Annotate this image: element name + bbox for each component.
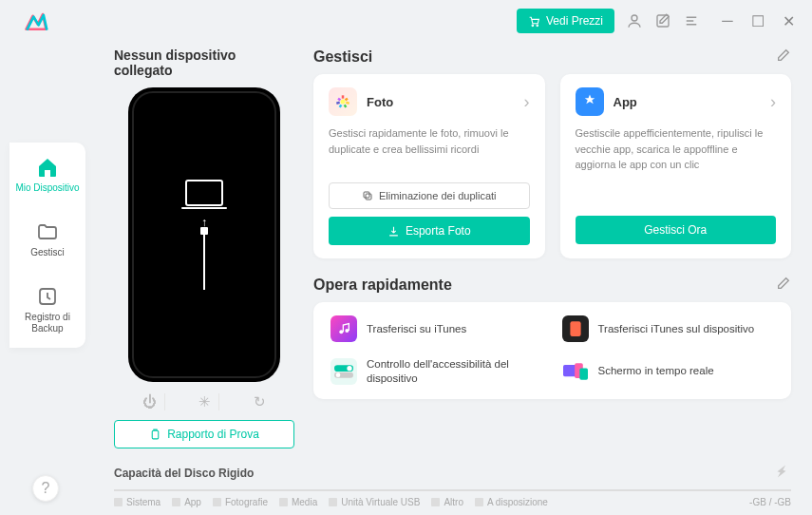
legend-other: Altro [431,497,463,507]
devices-icon [562,358,589,385]
toggle-icon [330,358,357,385]
svg-point-1 [537,25,538,27]
svg-rect-8 [152,430,159,439]
menu-icon[interactable] [683,12,700,29]
svg-rect-10 [364,192,369,198]
quick-item-label: Trasferisci su iTunes [367,322,466,336]
card-photos-desc: Gestisci rapidamente le foto, rimuovi le… [329,125,530,169]
titlebar: Vedi Prezzi ─ ☐ ✕ [0,0,812,42]
legend-app: App [172,497,201,507]
itunes-icon [330,315,357,342]
disk-legend: Sistema App Fotografie Media Unità Virtu… [114,497,791,507]
sidebar-item-backup-log[interactable]: Registro di Backup [9,285,85,334]
svg-point-2 [632,15,637,21]
quick-transfer-itunes-to-device[interactable]: Trasferisci iTunes sul dispositivo [562,315,775,342]
edit-icon[interactable] [776,276,791,295]
sidebar-item-label: Registro di Backup [9,312,85,334]
quick-transfer-to-itunes[interactable]: Trasferisci su iTunes [330,315,543,342]
trial-report-label: Rapporto di Prova [167,428,259,441]
svg-point-9 [341,100,346,105]
loading-icon[interactable]: ✳ [191,393,219,410]
svg-point-16 [347,366,351,371]
card-apps-header[interactable]: App › [576,87,777,116]
sidebar-item-label: Mio Dispositivo [15,182,79,194]
app-logo [23,8,49,34]
quick-item-label: Controllo dell'accessibilità del disposi… [367,357,543,386]
sidebar-item-label: Gestisci [30,247,65,258]
feedback-icon[interactable] [654,12,671,29]
maximize-button[interactable]: ☐ [749,12,766,30]
quick-section-title: Opera rapidamente [313,277,452,294]
quick-accessibility-check[interactable]: Controllo dell'accessibilità del disposi… [330,357,543,386]
manage-section-title: Gestisci [313,48,372,66]
backup-icon [36,285,59,308]
apps-icon [576,87,604,116]
svg-point-18 [336,372,341,377]
cable-icon [203,233,205,290]
photos-icon [329,87,357,116]
svg-rect-21 [579,368,588,379]
legend-media: Media [279,497,317,507]
card-photos-title: Foto [367,95,393,109]
card-apps-title: App [614,95,637,109]
sidebar-item-my-device[interactable]: Mio Dispositivo [15,156,79,194]
device-controls: ⏻ ✳ ↻ [122,393,287,410]
power-icon[interactable]: ⏻ [135,393,165,410]
cart-icon [528,15,540,28]
remove-duplicates-label: Eliminazione dei duplicati [379,190,497,201]
phone-icon [562,315,589,342]
svg-rect-11 [366,194,371,200]
svg-rect-14 [570,321,580,336]
folder-icon [36,220,59,243]
quick-item-label: Trasferisci iTunes sul dispositivo [598,322,755,336]
window-controls: ─ ☐ ✕ [719,12,797,30]
chevron-right-icon: › [524,92,530,112]
remove-duplicates-button[interactable]: Eliminazione dei duplicati [329,182,530,209]
quick-realtime-screen[interactable]: Schermo in tempo reale [562,357,775,386]
account-icon[interactable] [626,12,643,29]
export-photos-label: Esporta Foto [406,224,471,238]
legend-system: Sistema [114,497,161,507]
duplicates-icon [362,190,373,201]
home-icon [36,156,59,179]
svg-rect-3 [657,15,669,27]
manage-apps-button[interactable]: Gestisci Ora [576,216,777,244]
card-apps-desc: Gestiscile appefficientemente, ripulisci… [576,125,777,173]
refresh-icon[interactable]: ↻ [246,393,274,410]
laptop-icon [185,180,223,206]
legend-photos: Fotografie [213,497,268,507]
card-photos: Foto › Gestisci rapidamente le foto, rim… [313,74,545,258]
close-button[interactable]: ✕ [780,12,797,30]
chevron-right-icon: › [770,92,776,112]
clipboard-icon [149,429,161,441]
sidebar: Mio Dispositivo Gestisci Registro di Bac… [9,143,85,348]
disk-capacity-section: Capacità del Disco Rigido Sistema App Fo… [114,462,791,507]
trial-report-button[interactable]: Rapporto di Prova [114,420,294,448]
quick-item-label: Schermo in tempo reale [598,364,714,378]
download-icon [387,225,400,238]
price-button[interactable]: Vedi Prezzi [517,9,614,33]
main-content: Nessun dispositivo collegato ↑ ⏻ ✳ ↻ Rap… [114,48,791,504]
help-button[interactable]: ? [32,475,59,502]
legend-usb: Unità Virtuale USB [329,497,420,507]
device-panel: Nessun dispositivo collegato ↑ ⏻ ✳ ↻ Rap… [114,48,294,448]
svg-point-0 [532,25,534,27]
phone-illustration: ↑ [128,87,280,382]
broom-icon[interactable] [772,462,791,484]
minimize-button[interactable]: ─ [719,12,736,30]
disk-bar [114,489,791,491]
sidebar-item-manage[interactable]: Gestisci [30,220,65,258]
card-apps: App › Gestiscile appefficientemente, rip… [560,74,792,258]
legend-available: A disposizione [475,497,548,507]
disk-title: Capacità del Disco Rigido [114,467,254,480]
disk-values: -GB / -GB [749,497,791,507]
price-button-label: Vedi Prezzi [546,14,603,28]
export-photos-button[interactable]: Esporta Foto [329,217,530,245]
edit-icon[interactable] [776,48,791,67]
card-photos-header[interactable]: Foto › [329,87,530,116]
manage-apps-label: Gestisci Ora [644,223,707,237]
device-status-title: Nessun dispositivo collegato [114,48,294,78]
